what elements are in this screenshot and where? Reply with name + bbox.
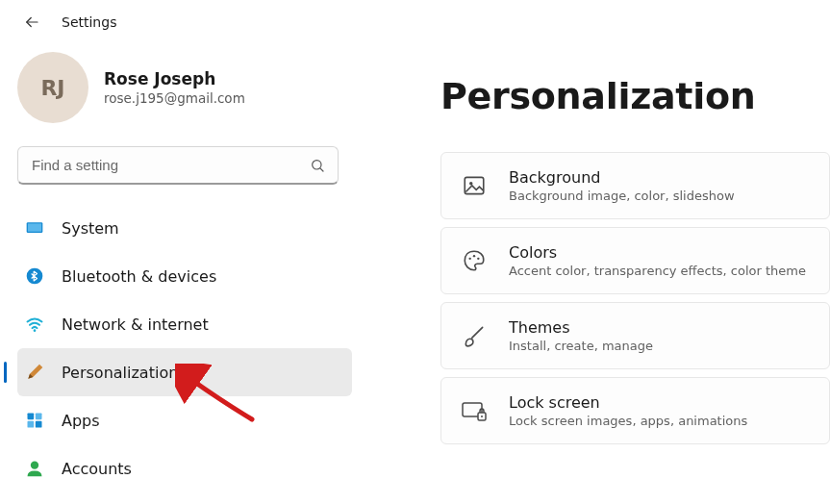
- arrow-left-icon: [23, 13, 40, 31]
- sidebar-nav: System Bluetooth & devices Network & int…: [17, 204, 356, 492]
- svg-point-14: [468, 258, 470, 260]
- search-input[interactable]: [17, 146, 339, 185]
- sidebar-item-label: Network & internet: [62, 315, 209, 334]
- svg-rect-7: [28, 414, 35, 420]
- svg-point-19: [481, 416, 483, 417]
- apps-icon: [25, 411, 44, 430]
- palette-icon: [461, 247, 488, 274]
- sidebar-item-system[interactable]: System: [17, 204, 352, 252]
- card-desc: Accent color, transparency effects, colo…: [509, 264, 806, 278]
- card-background[interactable]: Background Background image, color, slid…: [440, 152, 830, 219]
- card-colors[interactable]: Colors Accent color, transparency effect…: [440, 227, 830, 294]
- sidebar-item-label: Apps: [62, 412, 100, 430]
- svg-line-2: [320, 168, 323, 171]
- svg-rect-9: [28, 421, 35, 428]
- sidebar-item-apps[interactable]: Apps: [17, 396, 352, 444]
- sidebar-item-accounts[interactable]: Accounts: [17, 444, 352, 492]
- sidebar-item-label: Accounts: [62, 460, 132, 478]
- card-desc: Background image, color, slideshow: [509, 189, 735, 203]
- sidebar-item-label: Bluetooth & devices: [62, 267, 216, 286]
- search-icon: [310, 158, 325, 173]
- sidebar-item-network[interactable]: Network & internet: [17, 300, 352, 348]
- card-desc: Install, create, manage: [509, 339, 653, 353]
- card-title: Lock screen: [509, 393, 747, 412]
- svg-rect-8: [36, 414, 42, 420]
- svg-rect-10: [36, 421, 42, 428]
- avatar: RJ: [17, 52, 88, 123]
- sidebar-item-personalization[interactable]: Personalization: [17, 348, 352, 396]
- accounts-icon: [25, 459, 44, 478]
- svg-rect-4: [28, 223, 41, 231]
- lockscreen-icon: [461, 397, 488, 424]
- card-lockscreen[interactable]: Lock screen Lock screen images, apps, an…: [440, 377, 830, 444]
- back-button[interactable]: [21, 12, 42, 33]
- page-title: Personalization: [440, 75, 830, 117]
- svg-point-11: [31, 462, 38, 469]
- app-title: Settings: [62, 14, 116, 30]
- network-icon: [25, 315, 44, 334]
- sidebar-item-bluetooth[interactable]: Bluetooth & devices: [17, 252, 352, 300]
- profile-email: rose.j195@gmail.com: [104, 90, 245, 106]
- card-desc: Lock screen images, apps, animations: [509, 414, 747, 428]
- personalization-icon: [25, 363, 44, 382]
- card-title: Themes: [509, 318, 653, 337]
- bluetooth-icon: [25, 266, 44, 286]
- profile-block[interactable]: RJ Rose Joseph rose.j195@gmail.com: [17, 52, 356, 123]
- sidebar-item-label: Personalization: [62, 364, 178, 382]
- svg-point-16: [477, 258, 479, 260]
- image-icon: [461, 172, 488, 199]
- profile-name: Rose Joseph: [104, 69, 245, 88]
- sidebar-item-label: System: [62, 219, 119, 238]
- card-themes[interactable]: Themes Install, create, manage: [440, 302, 830, 369]
- svg-rect-12: [465, 177, 484, 193]
- svg-point-15: [473, 255, 475, 257]
- card-title: Colors: [509, 243, 806, 262]
- system-icon: [25, 218, 44, 238]
- brush-icon: [461, 322, 488, 349]
- card-title: Background: [509, 168, 735, 187]
- svg-point-6: [34, 329, 37, 332]
